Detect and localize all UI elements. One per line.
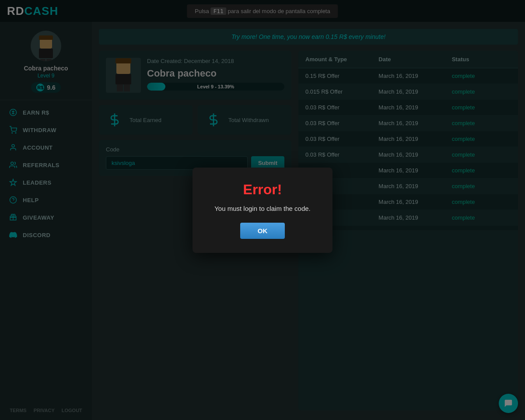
error-ok-button[interactable]: OK — [240, 223, 285, 239]
error-modal: Error! You must login to claim the code.… — [192, 168, 332, 253]
modal-overlay[interactable]: Error! You must login to claim the code.… — [0, 0, 525, 420]
error-message: You must login to claim the code. — [210, 205, 315, 212]
error-title: Error! — [210, 182, 315, 198]
